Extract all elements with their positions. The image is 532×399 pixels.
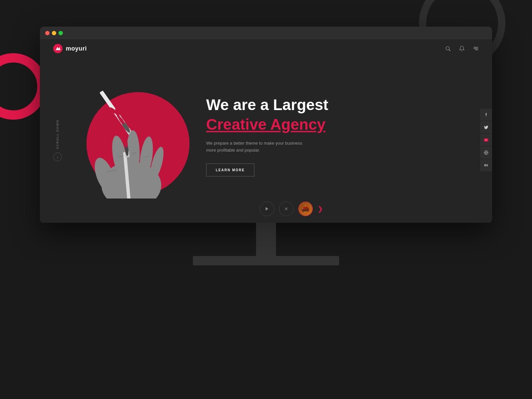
menu-icon[interactable] [473,46,479,52]
traffic-light-close[interactable] [45,31,50,35]
scroll-text: Scroll Down [56,120,59,149]
logo-icon [53,44,63,53]
hero-image-container [80,85,190,195]
monitor-wrapper: moyuri [40,27,492,346]
avatar-button[interactable]: 🌰 [298,201,313,216]
stand-neck [256,223,276,256]
traffic-lights [45,31,63,35]
social-facebook[interactable]: f [480,109,492,121]
bg-circle-left [0,53,47,120]
traffic-light-minimize[interactable] [52,31,56,35]
social-sidebar: f Bé [480,109,492,172]
nav-bar: moyuri [40,39,492,58]
browser-window: moyuri [40,27,492,223]
chevron-right-icon[interactable]: ❯ [318,205,323,213]
hero-section: Scroll Down ↓ [40,58,492,223]
hero-content: We are a Largest Creative Agency We prep… [206,96,466,177]
scroll-arrow[interactable]: ↓ [53,152,62,161]
social-globe[interactable] [480,147,492,159]
browser-content: moyuri [40,39,492,223]
traffic-light-maximize[interactable] [59,31,63,35]
close-button[interactable] [279,201,294,216]
bottom-controls: 🌰 ❯ [260,201,323,216]
hand-paintbrush [70,72,193,199]
avatar-image: 🌰 [299,201,313,216]
social-twitter[interactable] [480,121,492,133]
svg-marker-33 [266,207,268,211]
logo-text: moyuri [66,45,87,52]
play-button[interactable] [260,201,274,216]
stand-base [193,256,339,265]
hero-description: We prepare a better theme to make your b… [206,140,313,154]
hero-headline-line1: We are a Largest [206,96,466,114]
search-icon[interactable] [445,46,451,52]
svg-point-2 [446,47,450,50]
svg-line-3 [449,50,450,51]
bell-icon[interactable] [459,46,465,52]
scroll-indicator: Scroll Down ↓ [53,120,62,161]
social-youtube[interactable] [480,134,492,146]
hero-headline-line2: Creative Agency [206,116,466,133]
nav-icons [445,46,479,52]
learn-more-button[interactable]: LEARN MORE [206,164,254,177]
monitor-stand [193,223,339,265]
browser-titlebar [40,27,492,39]
social-behance[interactable]: Bé [480,159,492,171]
svg-rect-24 [110,195,153,199]
logo-area: moyuri [53,44,87,53]
